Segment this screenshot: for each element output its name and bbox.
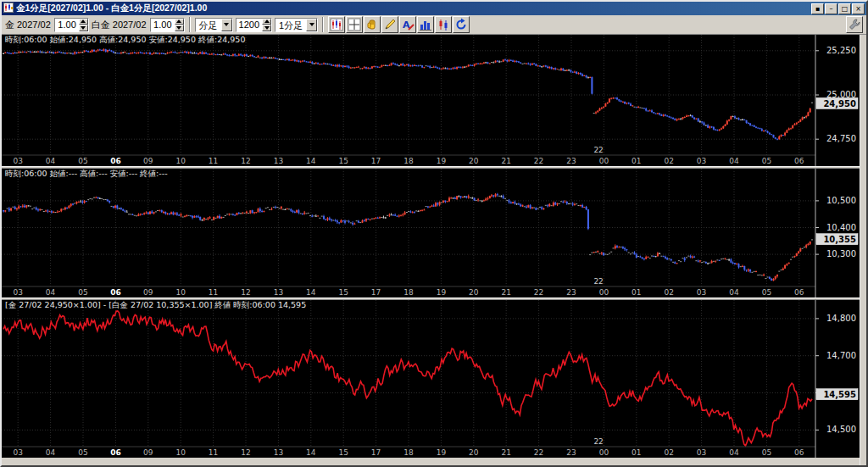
x-axis-label: 03 — [13, 157, 22, 165]
x-axis-label: 04 — [729, 157, 739, 165]
minimize-button[interactable]: – — [825, 3, 837, 14]
x-axis-label: 21 — [501, 157, 510, 165]
settings-wrench-icon[interactable] — [846, 16, 863, 33]
last-price-badge-text: 10,355 — [823, 235, 856, 244]
x-axis-label: 22 — [534, 448, 543, 457]
x-axis-label: 21 — [501, 448, 510, 457]
shade-button[interactable]: ▪ — [811, 3, 824, 14]
crosshair-icon[interactable] — [346, 16, 363, 33]
candle-chart-icon[interactable] — [328, 16, 345, 33]
x-axis-label: 20 — [469, 157, 479, 165]
x-axis-label: 19 — [437, 288, 447, 297]
histogram-icon[interactable] — [417, 16, 434, 33]
x-axis-label: 02 — [664, 288, 673, 297]
x-axis-label: 17 — [371, 288, 381, 297]
x-axis-label: 05 — [762, 448, 771, 457]
interval-combo[interactable]: 1分足 — [275, 18, 318, 32]
x-axis-label: 06 — [110, 448, 121, 457]
x-axis-label: 03 — [13, 448, 22, 457]
x-axis-label: 03 — [13, 288, 22, 297]
x-axis-label: 20 — [469, 288, 479, 297]
app-window: 金1分足[2027/02]1.00 - 白金1分足[2027/02]1.00 ▪… — [0, 0, 868, 467]
bar-count-spinner[interactable]: 1200 — [236, 18, 272, 32]
x-axis-label: 11 — [209, 157, 218, 165]
x-axis-label: 18 — [403, 157, 414, 165]
spread-chart-panel[interactable]: 0304050609101112131415171819202122230001… — [2, 300, 860, 458]
day-change-label: 22 — [593, 437, 603, 446]
interval-value: 1分足 — [275, 19, 306, 31]
x-axis-label: 11 — [209, 448, 218, 457]
gold-header-text: 時刻:06:00 始値:24,950 高値:24,950 安値:24,950 終… — [5, 35, 245, 44]
platinum-multiplier-down-button[interactable] — [175, 25, 184, 31]
price-tick-label: 25,250 — [826, 46, 856, 55]
x-axis-label: 04 — [46, 157, 56, 165]
gold-multiplier-value: 1.00 — [55, 19, 79, 31]
x-axis-label: 13 — [274, 448, 283, 457]
gold-multiplier-spinner[interactable]: 1.00 — [54, 18, 89, 32]
x-axis-label: 06 — [110, 288, 121, 297]
pencil-icon[interactable] — [381, 16, 398, 33]
x-axis-label: 06 — [794, 157, 804, 165]
hand-icon[interactable] — [364, 16, 381, 33]
x-axis-label: 00 — [599, 448, 609, 457]
day-change-label: 22 — [593, 277, 603, 286]
platinum-multiplier-up-button[interactable] — [175, 19, 184, 25]
price-tick-label: 10,300 — [826, 249, 856, 259]
x-axis-label: 22 — [534, 288, 543, 297]
price-tick-label: 14,500 — [826, 425, 856, 434]
x-axis-label: 22 — [534, 157, 543, 165]
close-button[interactable]: × — [852, 3, 865, 14]
x-axis-label: 23 — [566, 157, 576, 165]
interval-dropdown-icon[interactable] — [306, 19, 317, 31]
window-buttons: ▪–□× — [811, 3, 865, 14]
x-axis-label: 14 — [306, 288, 316, 297]
x-axis-label: 21 — [501, 288, 510, 297]
x-axis-label: 05 — [78, 448, 87, 457]
bar-count-up-button[interactable] — [262, 19, 271, 25]
last-price-badge-text: 14,595 — [823, 390, 856, 399]
bar-count-down-button[interactable] — [262, 25, 271, 31]
period-type-dropdown-icon[interactable] — [221, 19, 232, 31]
x-axis-label: 00 — [599, 288, 609, 297]
gold-multiplier-down-button[interactable] — [79, 25, 88, 31]
x-axis-label: 15 — [338, 448, 348, 457]
x-axis-label: 14 — [306, 448, 316, 457]
x-axis-label: 12 — [241, 288, 250, 297]
x-axis-label: 02 — [664, 157, 673, 165]
day-change-label: 22 — [593, 146, 603, 154]
x-axis-label: 05 — [78, 157, 87, 165]
x-axis-label: 12 — [241, 448, 250, 457]
bar-style-icon[interactable] — [435, 16, 452, 33]
toolbar-separator — [189, 17, 191, 32]
x-axis-label: 15 — [338, 288, 348, 297]
x-axis-label: 12 — [241, 157, 250, 165]
platinum-chart-panel[interactable]: 0304050609101112131415171819202122230001… — [2, 169, 860, 297]
x-axis-label: 00 — [599, 157, 609, 165]
x-axis-label: 10 — [175, 157, 186, 165]
chart-panels: 0304050609101112131415171819202122230001… — [2, 35, 860, 465]
period-type-combo[interactable]: 分足 — [195, 18, 233, 32]
gold-contract: 2027/02 — [17, 19, 51, 30]
gold-multiplier-up-button[interactable] — [79, 19, 88, 25]
x-axis-label: 19 — [437, 157, 447, 165]
spread-header-text: [金 27/02 24,950×1.00] - [白金 27/02 10,355… — [5, 300, 306, 309]
x-axis-label: 06 — [794, 288, 804, 297]
gold-chart-panel[interactable]: 0304050609101112131415171819202122230001… — [2, 35, 860, 166]
text-annotation-icon[interactable]: A — [399, 16, 416, 33]
x-axis-label: 23 — [566, 448, 576, 457]
price-tick-label: 14,700 — [826, 351, 856, 360]
platinum-contract: 2027/02 — [113, 19, 147, 30]
refresh-icon[interactable] — [453, 16, 470, 33]
x-axis-label: 18 — [403, 288, 414, 297]
x-axis-label: 01 — [632, 448, 641, 457]
toolbar-separator — [322, 17, 324, 32]
price-tick-label: 10,500 — [826, 196, 856, 205]
x-axis-label: 06 — [110, 157, 121, 165]
x-axis-label: 15 — [338, 157, 348, 165]
maximize-button[interactable]: □ — [838, 3, 851, 14]
x-axis-label: 05 — [762, 288, 771, 297]
titlebar[interactable]: 金1分足[2027/02]1.00 - 白金1分足[2027/02]1.00 ▪… — [2, 2, 866, 15]
chart-area: 0304050609101112131415171819202122230001… — [2, 35, 866, 465]
platinum-multiplier-spinner[interactable]: 1.00 — [150, 18, 185, 32]
window-title: 金1分足[2027/02]1.00 - 白金1分足[2027/02]1.00 — [16, 3, 809, 14]
